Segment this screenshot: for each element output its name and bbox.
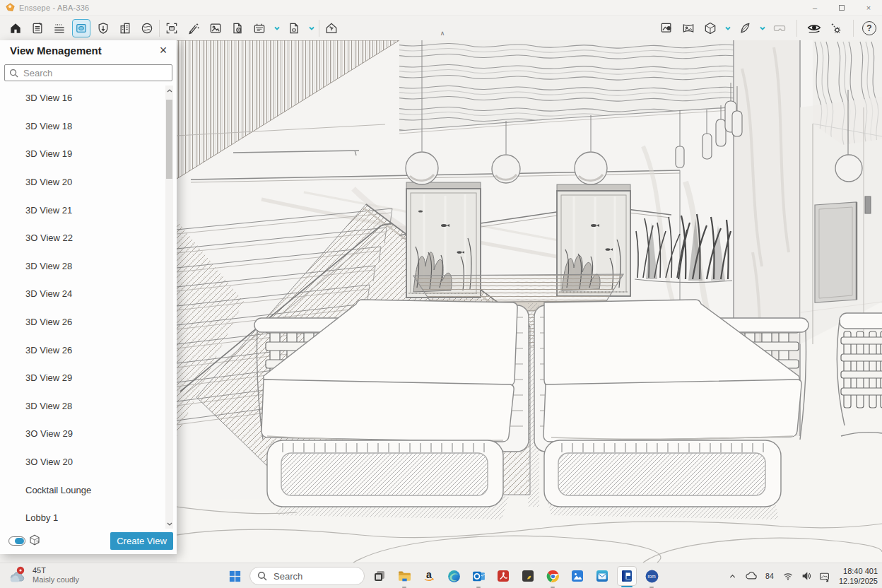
scene-list-icon[interactable]: [51, 20, 68, 37]
home-icon[interactable]: [7, 20, 24, 37]
help-icon[interactable]: ?: [862, 21, 876, 35]
vr-headset-icon[interactable]: [771, 20, 788, 37]
favorites-toggle[interactable]: [8, 536, 25, 546]
acrobat-icon[interactable]: [493, 566, 513, 586]
3d-viewport[interactable]: [177, 40, 882, 563]
view-list-item[interactable]: 3O View 22: [0, 224, 177, 252]
door: [815, 202, 857, 302]
calendar-dropdown-chevron-icon[interactable]: [273, 20, 281, 37]
toolbar-collapse-chevron-icon[interactable]: ∧: [437, 30, 448, 37]
visibility-eye-icon[interactable]: [806, 20, 823, 37]
view-list-item[interactable]: Lobby 1: [0, 504, 177, 530]
building-icon[interactable]: [117, 20, 134, 37]
settings-gear-icon[interactable]: [828, 20, 845, 37]
magic-pen-icon[interactable]: [185, 20, 202, 37]
notes-app-icon[interactable]: [518, 566, 538, 586]
main-toolbar: ? ∧: [0, 16, 882, 40]
maximize-button[interactable]: [828, 4, 855, 12]
export-document-icon[interactable]: [286, 20, 302, 37]
view-list-item[interactable]: 3O View 20: [0, 448, 177, 476]
photos-icon[interactable]: [568, 566, 587, 586]
view-list-item[interactable]: 3D View 28: [0, 392, 177, 421]
view-list-item[interactable]: 3D View 26: [0, 336, 177, 364]
view-list-item[interactable]: 3D View 28: [0, 252, 177, 281]
view-list-item[interactable]: 3D View 19: [0, 140, 177, 168]
feather-dropdown-chevron-icon[interactable]: [758, 20, 766, 37]
task-view-button[interactable]: [370, 566, 389, 586]
calendar-icon[interactable]: [251, 20, 268, 37]
export-dropdown-chevron-icon[interactable]: [307, 20, 315, 37]
enscape-taskbar-icon[interactable]: [617, 566, 637, 586]
wall-sconce: [865, 196, 871, 213]
shield-annotate-icon[interactable]: [95, 20, 112, 37]
panel-footer: Create View: [0, 530, 177, 554]
search-icon: [257, 571, 267, 581]
scrollbar-thumb[interactable]: [166, 100, 172, 179]
clock-date: 12.19/2025: [839, 576, 878, 586]
taskbar: 45T Maisly coudly a: [0, 563, 882, 588]
tray-chevron-up-icon[interactable]: [726, 569, 740, 583]
edge-icon[interactable]: [444, 566, 464, 586]
weather-cloud-icon: [8, 565, 28, 585]
view-list-item[interactable]: 3D View 21: [0, 196, 177, 224]
house-plant-icon[interactable]: [323, 20, 340, 37]
minimize-button[interactable]: –: [801, 4, 828, 12]
weather-widget[interactable]: 45T Maisly coudly: [8, 565, 79, 585]
input-language-indicator[interactable]: 84: [763, 569, 777, 583]
view-management-icon[interactable]: [73, 20, 90, 37]
weather-condition: Maisly coudly: [33, 575, 79, 584]
rom-app-icon[interactable]: rom: [642, 566, 662, 586]
volume-icon[interactable]: [799, 569, 813, 583]
lounge-chair-left: [254, 300, 529, 507]
3d-cube-toggle-icon[interactable]: [28, 534, 41, 549]
outlook-icon[interactable]: [469, 566, 488, 586]
view-search-input[interactable]: [22, 67, 167, 79]
clock-time: 18:40 401: [839, 566, 878, 576]
globe-icon[interactable]: [139, 20, 155, 37]
image-pin-icon[interactable]: [658, 20, 675, 37]
tray-clock[interactable]: 18:40 401 12.19/2025: [839, 566, 878, 586]
image-icon[interactable]: [207, 20, 224, 37]
toolbar-separator: [159, 20, 160, 37]
seat-cushion: [543, 380, 801, 442]
start-button[interactable]: [225, 566, 245, 586]
create-view-button[interactable]: Create View: [110, 532, 173, 550]
lounge-chair-right: [534, 300, 808, 507]
view-list-item[interactable]: 3D View 26: [0, 308, 177, 336]
base-frame: [544, 440, 781, 507]
amazon-icon[interactable]: a: [419, 566, 439, 586]
scroll-up-icon[interactable]: [165, 86, 173, 95]
feather-icon[interactable]: [736, 20, 753, 37]
file-explorer-icon[interactable]: [394, 566, 414, 586]
scroll-down-icon[interactable]: [165, 519, 173, 529]
cube-icon[interactable]: [702, 20, 719, 37]
view-list-scrollbar[interactable]: [165, 86, 173, 529]
view-list-item[interactable]: 3D View 29: [0, 364, 177, 392]
search-icon: [9, 69, 18, 78]
view-list-item[interactable]: Cocktail Lounge: [0, 476, 177, 504]
display-cast-icon[interactable]: [818, 569, 832, 583]
scrollbar-track[interactable]: [165, 95, 173, 519]
view-list-item[interactable]: 3D View 24: [0, 280, 177, 308]
panel-close-icon[interactable]: ×: [155, 42, 171, 59]
weather-temperature: 45T: [33, 566, 79, 575]
panorama-icon[interactable]: [680, 20, 697, 37]
view-list-item[interactable]: 3D View 20: [0, 168, 177, 196]
wifi-icon[interactable]: [781, 569, 795, 583]
view-list-item[interactable]: 3D View 18: [0, 112, 177, 141]
chrome-icon[interactable]: [543, 566, 563, 586]
onedrive-cloud-icon[interactable]: [744, 569, 758, 583]
mail-icon[interactable]: [592, 566, 612, 586]
notes-document-icon[interactable]: [29, 20, 46, 37]
view-list-item[interactable]: 3D View 16: [0, 84, 177, 112]
taskbar-search-input[interactable]: [272, 570, 350, 582]
frame-capture-icon[interactable]: [163, 20, 180, 37]
close-button[interactable]: ×: [855, 4, 882, 12]
taskbar-search-box[interactable]: [249, 567, 365, 585]
view-list-item[interactable]: 3O View 29: [0, 420, 177, 448]
title-bar: Enssepe - ABA-336 – ×: [0, 0, 882, 16]
cube-dropdown-chevron-icon[interactable]: [724, 20, 731, 37]
view-management-panel: View Menagement × 3D View 16 3D View 18 …: [0, 40, 177, 554]
active-indicator: [621, 586, 633, 588]
render-document-icon[interactable]: [229, 20, 246, 37]
